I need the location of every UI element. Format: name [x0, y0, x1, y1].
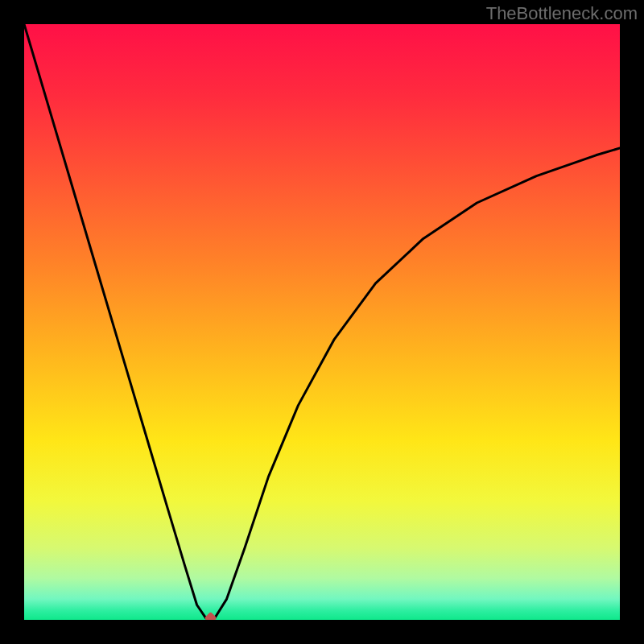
watermark: TheBottleneck.com [486, 3, 638, 24]
bottleneck-chart [24, 24, 620, 620]
chart-frame: TheBottleneck.com [0, 0, 644, 644]
